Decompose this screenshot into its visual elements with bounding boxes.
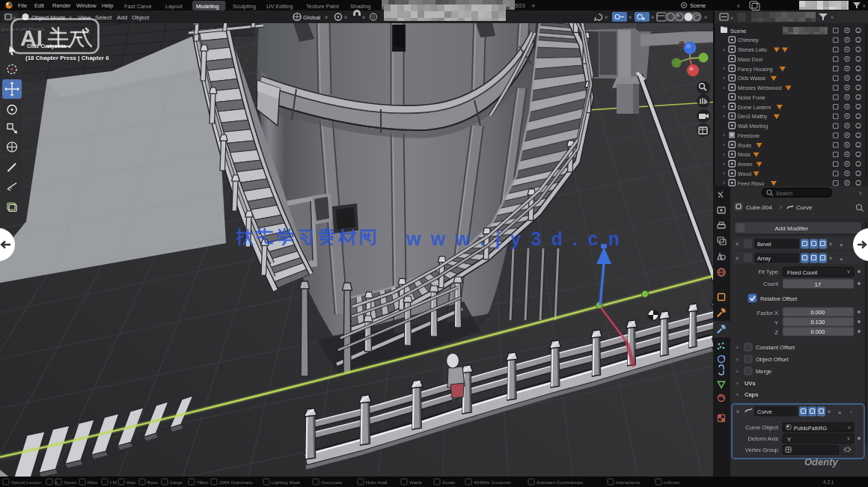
svg-text:˅: ˅ — [847, 436, 850, 441]
svg-text:Fixed Count: Fixed Count — [787, 269, 818, 276]
svg-text:Fit Type: Fit Type — [758, 269, 778, 275]
svg-text:Fancy Housing: Fancy Housing — [738, 67, 773, 73]
svg-text:UV Editing: UV Editing — [266, 3, 293, 10]
svg-text:›: › — [736, 368, 739, 375]
svg-text:Swore: Swore — [64, 480, 77, 485]
svg-text:›: › — [736, 391, 739, 398]
svg-text:f.M: f.M — [110, 480, 117, 485]
svg-text:Firestone: Firestone — [738, 133, 760, 138]
svg-text:›: › — [780, 203, 782, 211]
svg-text:Odenty: Odenty — [804, 456, 839, 468]
svg-text:0.130: 0.130 — [811, 319, 825, 325]
svg-text:Relative Offset: Relative Offset — [760, 295, 798, 302]
svg-text:PublicPathRG: PublicPathRG — [794, 426, 827, 431]
svg-text:˅: ˅ — [344, 15, 347, 20]
svg-text:›: › — [736, 356, 739, 363]
svg-text:Search: Search — [776, 191, 792, 196]
svg-text:76km: 76km — [197, 480, 208, 485]
svg-text:Deform Axis: Deform Axis — [748, 435, 779, 442]
svg-text:˅: ˅ — [362, 15, 365, 20]
svg-text:+: + — [531, 2, 535, 10]
svg-text:Global: Global — [303, 14, 320, 21]
svg-text:Lighting Mask: Lighting Mask — [272, 480, 301, 485]
svg-text:Scene: Scene — [730, 28, 746, 34]
svg-text:Constant Offset: Constant Offset — [756, 344, 795, 351]
svg-text:›: › — [723, 151, 725, 158]
svg-text:˅: ˅ — [704, 15, 707, 20]
svg-text:Curve: Curve — [796, 204, 813, 211]
svg-text:Modeling: Modeling — [196, 3, 218, 10]
svg-text:Y: Y — [787, 436, 791, 443]
svg-text:Render: Render — [52, 2, 71, 9]
svg-text:Greycoats: Greycoats — [321, 480, 342, 485]
svg-text:˅: ˅ — [831, 15, 834, 20]
svg-text:x: x — [737, 3, 740, 8]
svg-text:x: x — [863, 3, 866, 8]
svg-text:›: › — [723, 180, 725, 186]
svg-text:˅: ˅ — [730, 16, 733, 21]
svg-text:Sculpting: Sculpting — [233, 3, 256, 10]
svg-text:›: › — [723, 75, 725, 82]
svg-text:›: › — [736, 344, 739, 351]
svg-text:˅: ˅ — [736, 256, 739, 261]
svg-text:˅: ˅ — [829, 256, 832, 261]
svg-text:˅: ˅ — [629, 15, 632, 20]
svg-text:Add: Add — [117, 14, 127, 21]
svg-text:Den3 Maltby: Den3 Maltby — [738, 114, 768, 120]
svg-text:4.2.1: 4.2.1 — [823, 480, 834, 485]
svg-text:Cube.004: Cube.004 — [746, 204, 772, 211]
svg-text:›: › — [736, 380, 739, 387]
svg-text:Object Offset: Object Offset — [756, 356, 789, 363]
svg-text:Moss: Moss — [738, 152, 751, 157]
svg-text:2064 Grammars: 2064 Grammars — [219, 480, 253, 485]
svg-text:Stones Lwtu: Stones Lwtu — [738, 47, 767, 52]
svg-text:Fast Carve: Fast Carve — [124, 3, 152, 10]
svg-text:Mass Door: Mass Door — [738, 57, 764, 62]
svg-text:Mtos: Mtos — [88, 480, 97, 485]
svg-text:494Mile Customer: 494Mile Customer — [474, 480, 511, 485]
svg-text:Assistant Contretemps: Assistant Contretemps — [537, 480, 583, 485]
svg-text:5/23: 5/23 — [515, 3, 525, 8]
svg-text:Wood: Wood — [738, 171, 751, 177]
svg-text:Chair Custyomta: Chair Custyomta — [27, 43, 66, 49]
svg-text:(18 Chapter Press | Chapter 6: (18 Chapter Press | Chapter 6 — [25, 55, 109, 61]
svg-text:Help: Help — [102, 2, 113, 9]
svg-text:Feed Risso: Feed Risso — [738, 181, 765, 186]
svg-text:›: › — [723, 46, 725, 53]
svg-text:Messes Wetswood: Messes Wetswood — [738, 85, 782, 91]
svg-text:Edit: Edit — [34, 2, 45, 9]
svg-text:˅: ˅ — [605, 15, 608, 20]
svg-text:Array: Array — [757, 255, 771, 262]
svg-text:Count: Count — [763, 281, 779, 287]
svg-text:˅: ˅ — [736, 242, 739, 247]
svg-text:›: › — [723, 170, 725, 177]
svg-text:˅: ˅ — [651, 15, 654, 20]
svg-text:mAcorn: mAcorn — [664, 480, 680, 485]
svg-text:Dome Lantern: Dome Lantern — [738, 105, 771, 110]
svg-text:Merge: Merge — [756, 368, 771, 375]
svg-text:Factor X: Factor X — [757, 310, 778, 316]
svg-text:Noise Fowe: Noise Fowe — [738, 95, 765, 100]
svg-text:Object: Object — [132, 14, 150, 21]
svg-text:˅: ˅ — [850, 410, 853, 414]
svg-text:17: 17 — [815, 281, 821, 288]
svg-text:˅: ˅ — [859, 191, 862, 196]
svg-text:×: × — [840, 242, 843, 248]
svg-text:˅: ˅ — [828, 409, 831, 414]
svg-text:Helix Avail: Helix Avail — [366, 480, 387, 485]
svg-text:Astu: Astu — [126, 480, 136, 485]
svg-text:Layout: Layout — [165, 3, 183, 10]
svg-text:Select: Select — [95, 14, 112, 21]
svg-text:File: File — [18, 2, 27, 9]
svg-text:›: › — [723, 65, 725, 72]
svg-text:Stencil Loosen: Stencil Loosen — [11, 480, 42, 485]
svg-text:Chimney: Chimney — [738, 37, 759, 43]
svg-text:Scene: Scene — [690, 2, 706, 9]
svg-text:˅: ˅ — [736, 409, 739, 414]
svg-text:Z: Z — [774, 329, 778, 336]
svg-text:›: › — [723, 132, 725, 138]
svg-text:›: › — [723, 113, 725, 120]
svg-text:˅: ˅ — [325, 15, 328, 20]
svg-text:Vertex Group: Vertex Group — [745, 447, 778, 453]
svg-text:›: › — [723, 103, 725, 110]
